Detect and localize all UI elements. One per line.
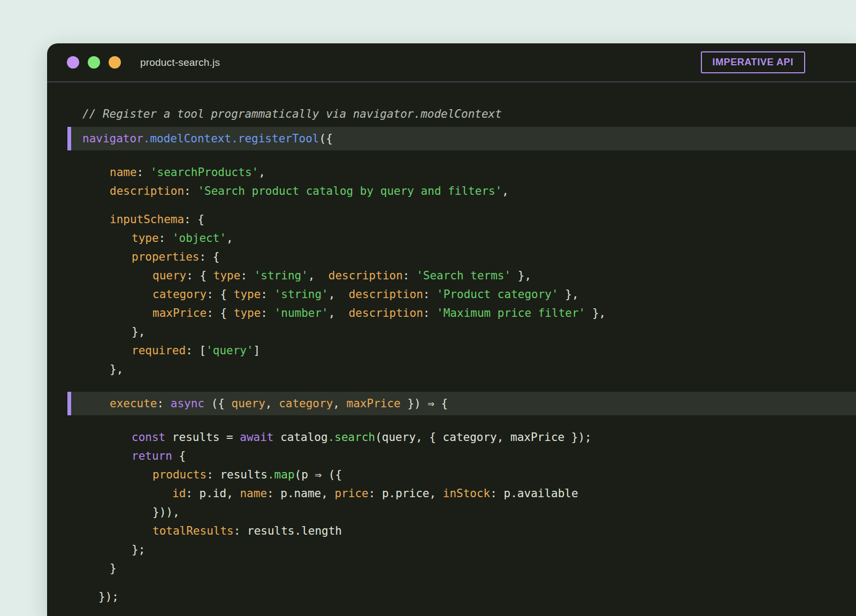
code-line: id: p.id, name: p.name, price: p.price, … xyxy=(47,484,856,503)
code-token: (query, { category, maxPrice }); xyxy=(375,431,592,444)
code-token: description xyxy=(328,269,403,282)
code-line-highlighted: execute: async ({ query, category, maxPr… xyxy=(67,392,856,415)
code-token: results = xyxy=(165,431,240,444)
code-token: async xyxy=(171,397,204,410)
code-token: , xyxy=(328,307,349,320)
code-token: inStock xyxy=(443,487,491,500)
code-token: .map xyxy=(268,468,295,481)
code-token: maxPrice xyxy=(152,307,207,320)
code-token: }, xyxy=(559,288,579,301)
code-token: : results.length xyxy=(234,524,342,537)
code-token: type xyxy=(213,269,241,282)
code-gap xyxy=(47,578,856,588)
code-line: type: 'object', xyxy=(47,229,856,248)
code-token: return xyxy=(132,450,172,462)
code-token: 'string' xyxy=(254,269,308,282)
code-token: required xyxy=(132,344,186,357)
code-token: : xyxy=(403,269,416,282)
code-token: : p.price, xyxy=(369,487,443,500)
code-token: } xyxy=(110,562,117,575)
code-token: }); xyxy=(98,590,119,603)
code-line: inputSchema: { xyxy=(47,210,856,229)
code-token: : xyxy=(240,269,254,282)
code-token: catalog xyxy=(274,431,328,444)
code-line-highlighted: navigator.modelContext.registerTool({ xyxy=(67,127,856,150)
code-token: name xyxy=(240,487,267,500)
code-token: }) ⇒ { xyxy=(401,397,448,410)
code-token: }, xyxy=(110,363,123,376)
code-token: await xyxy=(240,431,273,444)
code-token: category xyxy=(152,288,207,301)
code-token: , xyxy=(308,269,328,282)
code-token: 'query' xyxy=(206,344,254,357)
code-token: : xyxy=(157,397,171,410)
code-token: .modelContext.registerTool xyxy=(143,132,319,145)
code-token: 'object' xyxy=(172,232,226,245)
code-token: , xyxy=(328,288,349,301)
traffic-light-green-icon[interactable] xyxy=(88,56,100,69)
code-token: ({ xyxy=(319,132,333,145)
code-line: const results = await catalog.search(que… xyxy=(47,428,856,447)
code-line: query: { type: 'string', description: 'S… xyxy=(47,267,856,285)
code-token: ] xyxy=(254,344,261,357)
code-token: 'Product category' xyxy=(437,288,559,301)
code-token: ({ xyxy=(204,397,232,410)
code-editor: // Register a tool programmatically via … xyxy=(47,82,856,606)
traffic-lights xyxy=(67,56,121,69)
code-token: .search xyxy=(328,431,376,444)
code-line: description: 'Search product catalog by … xyxy=(47,182,856,201)
imperative-api-badge: IMPERATIVE API xyxy=(701,51,805,73)
code-token: }, xyxy=(585,307,606,320)
code-gap xyxy=(47,419,856,428)
code-token: : [ xyxy=(186,344,206,357)
code-token: 'number' xyxy=(274,307,328,320)
code-token: 'string' xyxy=(274,288,328,301)
editor-window: product-search.js IMPERATIVE API // Regi… xyxy=(47,43,856,616)
code-token: : xyxy=(261,288,274,301)
code-gap xyxy=(47,379,856,389)
code-line: }, xyxy=(47,360,856,379)
code-line: })), xyxy=(47,503,856,522)
code-token: totalResults xyxy=(152,524,234,537)
code-token: : { xyxy=(207,288,234,301)
code-token: : { xyxy=(184,213,204,226)
code-token: (p ⇒ ({ xyxy=(295,468,342,481)
code-token: : xyxy=(159,232,172,245)
code-token: properties xyxy=(132,250,199,263)
code-line: }; xyxy=(47,541,856,559)
code-token: price xyxy=(334,487,368,500)
code-token: category xyxy=(279,397,333,410)
code-token: , xyxy=(333,397,346,410)
code-token: // Register a tool programmatically via … xyxy=(82,108,502,120)
code-token: : p.available xyxy=(490,487,578,500)
code-token: const xyxy=(132,431,165,444)
code-token: navigator xyxy=(82,132,143,145)
code-token: { xyxy=(172,450,186,462)
code-line: category: { type: 'string', description:… xyxy=(47,285,856,304)
code-line: return { xyxy=(47,447,856,466)
code-token: : { xyxy=(186,269,213,282)
code-line: maxPrice: { type: 'number', description:… xyxy=(47,304,856,323)
code-token: : xyxy=(261,307,274,320)
code-token: products xyxy=(152,468,207,481)
code-line: products: results.map(p ⇒ ({ xyxy=(47,466,856,484)
code-token: : xyxy=(423,307,437,320)
window-title: product-search.js xyxy=(140,57,220,69)
traffic-light-purple-icon[interactable] xyxy=(67,56,79,69)
code-line: }); xyxy=(47,588,856,606)
code-token: name xyxy=(110,166,137,179)
code-token: }, xyxy=(132,325,145,338)
code-token: type xyxy=(132,232,159,245)
code-gap xyxy=(47,201,856,210)
code-token: , xyxy=(265,397,279,410)
code-line: totalResults: results.length xyxy=(47,522,856,541)
code-token: : { xyxy=(207,307,234,320)
code-token: 'Search product catalog by query and fil… xyxy=(197,185,502,197)
code-gap xyxy=(47,154,856,163)
code-token: 'searchProducts' xyxy=(150,166,258,179)
code-line: } xyxy=(47,559,856,578)
traffic-light-orange-icon[interactable] xyxy=(109,56,121,69)
code-line: properties: { xyxy=(47,248,856,267)
code-token: : p.id, xyxy=(186,487,240,500)
code-token: : p.name, xyxy=(267,487,334,500)
